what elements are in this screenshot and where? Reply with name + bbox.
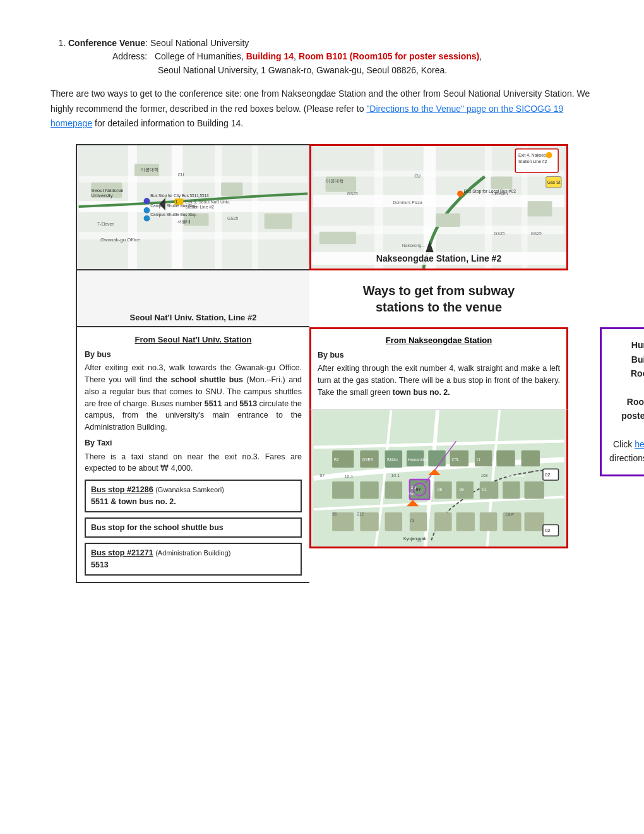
svg-rect-75 — [385, 481, 402, 499]
svg-text:Exit 3, Seoul Nat'l Univ.: Exit 3, Seoul Nat'l Univ. — [185, 200, 230, 204]
info-line4: Room 105 for — [609, 395, 644, 409]
svg-rect-44 — [319, 232, 356, 244]
svg-text:University: University — [91, 193, 112, 198]
building-number: Building 14 — [246, 51, 294, 61]
svg-rect-42 — [491, 177, 512, 189]
snu-by-bus-text: After exiting exit no.3, walk towards th… — [85, 362, 302, 433]
info-link-text: Click here for walking directions to the… — [609, 437, 644, 466]
svg-rect-89 — [456, 512, 474, 531]
nakseong-by-bus-text: After exiting through the exit number 4,… — [318, 363, 560, 398]
svg-rect-38 — [485, 146, 492, 269]
svg-text:S&Mo: S&Mo — [387, 457, 398, 462]
svg-text:Station Line #2: Station Line #2 — [518, 159, 547, 164]
bus-stop-2-label: Bus stop for the school shuttle bus — [91, 523, 224, 532]
svg-text:Bus Stop for Local Bus #02: Bus Stop for Local Bus #02 — [464, 189, 516, 194]
svg-text:Kyujanggak: Kyujanggak — [403, 536, 426, 541]
svg-rect-11 — [221, 183, 242, 196]
bottom-row: From Seoul Nat'l Univ. Station By bus Af… — [76, 327, 568, 583]
svg-text:Bus Stop for City Bus 5511,551: Bus Stop for City Bus 5511,5513 — [150, 193, 209, 198]
ways-label: Ways to get from subwaystations to the v… — [363, 282, 515, 315]
svg-text:08: 08 — [459, 487, 464, 492]
nakseongdae-station-map: Exit 4, Nakseong Station Line #2 Bus Sto… — [309, 144, 568, 270]
svg-text:Campus Shuttle Bus Stop: Campus Shuttle Bus Stop — [150, 212, 196, 217]
svg-text:Gas St.: Gas St. — [547, 180, 562, 184]
bus-stop-2-box: Bus stop for the school shuttle bus — [85, 517, 302, 538]
map-content-area: Seoul National University 이공대학 Gwanak-gu… — [51, 144, 593, 583]
info-here-link[interactable]: here — [635, 439, 644, 449]
svg-rect-5 — [79, 176, 308, 183]
svg-text:212: 212 — [357, 512, 364, 516]
info-sidebar: Humanities Building 14 Room B101 Room 10… — [600, 327, 644, 476]
svg-rect-74 — [360, 481, 378, 499]
address-line2: Seoul National University, 1 Gwanak-ro, … — [158, 65, 447, 75]
svg-text:CU: CU — [414, 174, 420, 179]
svg-text:7-Eleven: 7-Eleven — [97, 222, 114, 227]
svg-text:Station Line #2: Station Line #2 — [185, 205, 214, 209]
bus-stop-3-number: Bus stop #21271 (Administration Building… — [91, 548, 230, 557]
svg-text:Humanities: Humanities — [408, 457, 428, 462]
svg-text:10-1: 10-1 — [345, 474, 354, 479]
info-pre-link: Click — [613, 439, 635, 449]
svg-text:01: 01 — [482, 487, 487, 492]
svg-text:서울대: 서울대 — [178, 219, 191, 224]
svg-rect-7 — [252, 145, 258, 269]
svg-point-49 — [457, 191, 463, 197]
snu-directions-panel: From Seoul Nat'l Univ. Station By bus Af… — [76, 327, 309, 583]
snu-by-taxi-label: By Taxi — [85, 437, 302, 449]
svg-rect-82 — [503, 481, 520, 499]
svg-text:Law: Law — [506, 512, 514, 516]
svg-text:08: 08 — [438, 487, 443, 492]
svg-rect-83 — [524, 481, 544, 499]
svg-text:GSES: GSES — [362, 457, 373, 462]
svg-point-48 — [546, 152, 552, 159]
svg-text:Domino's Pizza: Domino's Pizza — [393, 200, 422, 205]
svg-rect-92 — [524, 512, 544, 531]
snu-by-taxi-text: There is a taxi stand on near the exit n… — [85, 451, 302, 475]
svg-rect-3 — [128, 145, 137, 269]
snu-station-label-box: Seoul Nat'l Univ. Station, Line #2 — [76, 270, 309, 327]
nakseong-by-bus-label: By bus — [318, 349, 560, 361]
bus-stop-1-number: Bus stop #21286 (Gwanaksa Samkeori) — [91, 485, 224, 494]
svg-text:07: 07 — [319, 473, 325, 478]
svg-point-23 — [144, 215, 150, 222]
svg-rect-88 — [434, 512, 451, 531]
nakseongdae-label: Nakseongdae Station, Line #2 — [311, 252, 566, 265]
svg-text:CU: CU — [178, 172, 184, 177]
svg-rect-73 — [332, 481, 354, 499]
intro-paragraph: There are two ways to get to the confere… — [51, 87, 593, 131]
svg-point-19 — [144, 198, 150, 204]
svg-text:02: 02 — [545, 528, 551, 534]
bus-stop-1-box: Bus stop #21286 (Gwanaksa Samkeori) 5511… — [85, 480, 302, 512]
venue-list: Conference Venue: Seoul National Univers… — [51, 38, 593, 78]
ways-label-box: Ways to get from subwaystations to the v… — [309, 270, 568, 327]
svg-text:103: 103 — [481, 473, 488, 478]
snu-by-bus-label: By bus — [85, 349, 302, 361]
svg-rect-86 — [385, 512, 402, 531]
svg-text:CTL: CTL — [452, 457, 460, 462]
svg-rect-71 — [496, 450, 515, 467]
svg-text:56: 56 — [332, 512, 337, 516]
snu-station-map: Seoul National University 이공대학 Gwanak-gu… — [76, 144, 309, 270]
middle-section: Seoul Nat'l Univ. Station, Line #2 Ways … — [76, 270, 568, 327]
svg-text:GS25: GS25 — [531, 231, 542, 236]
svg-text:7-Eleven: 7-Eleven — [491, 191, 508, 196]
svg-text:73: 73 — [410, 518, 415, 523]
svg-text:10-1: 10-1 — [391, 473, 400, 478]
campus-map: 14 Hum. — [309, 409, 568, 548]
svg-rect-43 — [528, 201, 552, 216]
svg-rect-6 — [215, 145, 222, 269]
svg-rect-41 — [436, 214, 460, 227]
svg-text:11: 11 — [476, 457, 481, 462]
snu-station-label: Seoul Nat'l Univ. Station, Line #2 — [130, 313, 257, 322]
svg-text:GS25: GS25 — [227, 216, 239, 221]
svg-rect-12 — [265, 214, 292, 229]
svg-text:07: 07 — [416, 487, 421, 492]
svg-text:1: 1 — [176, 200, 178, 204]
info-line2: Building 14 — [609, 353, 644, 366]
svg-text:Gwanak-gu Office: Gwanak-gu Office — [100, 237, 140, 243]
room-number: Room B101 (Room105 for poster sessions) — [299, 51, 479, 61]
svg-text:이공대학: 이공대학 — [326, 179, 343, 184]
nakseong-dir-box: From Nakseongdae Station By bus After ex… — [309, 327, 568, 409]
info-line5: poster sessions — [609, 409, 644, 423]
svg-text:GS25: GS25 — [347, 191, 359, 196]
